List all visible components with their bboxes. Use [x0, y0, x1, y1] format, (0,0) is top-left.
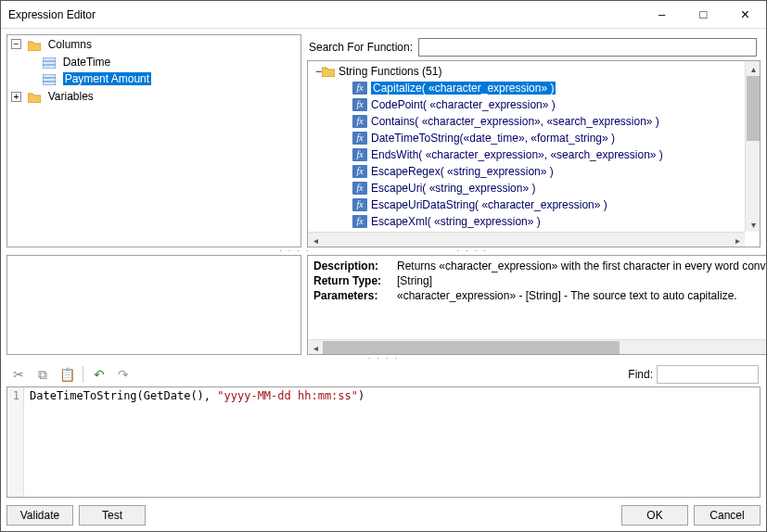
- columns-tree[interactable]: − Columns DateTime: [7, 35, 300, 105]
- scroll-thumb[interactable]: [747, 76, 760, 141]
- collapse-icon[interactable]: −: [315, 65, 322, 78]
- return-type-value: [String]: [397, 274, 432, 287]
- function-label: EndsWith( «character_expression», «searc…: [371, 148, 663, 161]
- collapse-icon[interactable]: −: [11, 39, 21, 49]
- parameters-label: Parameters:: [313, 289, 397, 302]
- function-item[interactable]: fx EscapeUriDataString( «character_expre…: [312, 196, 760, 213]
- line-number: 1: [7, 389, 19, 402]
- validate-button[interactable]: Validate: [6, 505, 73, 526]
- find-label: Find:: [628, 368, 653, 381]
- undo-button[interactable]: ↶: [89, 364, 109, 385]
- window-title: Expression Editor: [8, 8, 641, 21]
- return-type-label: Return Type:: [313, 274, 397, 287]
- description-pane: Description: Returns «character_expressi…: [307, 255, 767, 355]
- find-input[interactable]: [657, 365, 759, 384]
- scroll-left-icon[interactable]: ◂: [308, 233, 323, 247]
- dialog-buttons: Validate Test OK Cancel: [6, 498, 761, 526]
- function-list-pane: − String Functions (51) fx Capitalize( «…: [307, 60, 761, 247]
- cancel-button[interactable]: Cancel: [694, 505, 761, 526]
- fx-icon: fx: [352, 132, 367, 145]
- column-icon: [43, 73, 56, 84]
- fx-icon: fx: [352, 182, 367, 195]
- function-item[interactable]: fx EndsWith( «character_expression», «se…: [312, 146, 760, 163]
- redo-icon: ↷: [118, 367, 129, 382]
- function-label: EscapeXml( «string_expression» ): [371, 215, 541, 228]
- function-search-pane: Search For Function: − String Functions …: [307, 34, 761, 247]
- function-item[interactable]: fx EscapeRegex( «string_expression» ): [312, 163, 760, 180]
- ok-button[interactable]: OK: [621, 505, 688, 526]
- copy-icon: ⧉: [38, 367, 47, 383]
- redo-button[interactable]: ↷: [113, 364, 134, 385]
- scroll-down-icon[interactable]: ▾: [746, 217, 761, 232]
- svg-rect-0: [43, 57, 56, 69]
- line-gutter: 1: [7, 387, 24, 497]
- folder-closed-icon: [28, 91, 41, 102]
- code-string: "yyyy-MM-dd hh:mm:ss": [217, 389, 358, 402]
- function-label: DateTimeToString(«date_time», «format_st…: [371, 132, 615, 145]
- description-label: Description:: [313, 260, 397, 272]
- function-item[interactable]: fx Contains( «character_expression», «se…: [312, 113, 760, 130]
- close-button[interactable]: ×: [724, 1, 766, 28]
- fx-icon: fx: [352, 165, 367, 178]
- splitter[interactable]: · · · · · · · ·: [6, 247, 761, 255]
- function-label: EscapeRegex( «string_expression» ): [371, 165, 554, 178]
- column-icon: [43, 57, 56, 68]
- parameters-value: «character_expression» - [String] - The …: [397, 289, 737, 302]
- folder-open-icon: [322, 66, 335, 77]
- fx-icon: fx: [352, 148, 367, 161]
- function-item[interactable]: fx Capitalize( «character_expression» ): [312, 80, 760, 96]
- function-label: CodePoint( «character_expression» ): [371, 98, 556, 111]
- paste-button[interactable]: 📋: [57, 364, 77, 385]
- fx-icon: fx: [352, 198, 367, 211]
- tree-node-variables[interactable]: Variables: [48, 90, 94, 103]
- function-item[interactable]: fx DateTimeToString(«date_time», «format…: [312, 130, 760, 146]
- separator: [83, 366, 83, 383]
- function-label: Contains( «character_expression», «searc…: [371, 115, 659, 128]
- function-item[interactable]: fx EscapeXml( «string_expression» ): [312, 213, 760, 230]
- copy-button[interactable]: ⧉: [32, 364, 53, 385]
- minimize-button[interactable]: –: [641, 1, 683, 28]
- undo-icon: ↶: [94, 367, 105, 382]
- function-label: Capitalize( «character_expression» ): [371, 82, 556, 95]
- code-area[interactable]: DateTimeToString(GetDate(), "yyyy-MM-dd …: [24, 387, 760, 497]
- scroll-left-icon[interactable]: ◂: [308, 340, 323, 355]
- splitter[interactable]: · · · ·: [6, 355, 761, 362]
- fx-icon: fx: [352, 215, 367, 228]
- function-category-label[interactable]: String Functions (51): [339, 65, 441, 78]
- svg-rect-3: [43, 74, 56, 85]
- cut-button[interactable]: ✂: [8, 364, 29, 385]
- tree-node-datetime[interactable]: DateTime: [63, 56, 111, 69]
- function-item[interactable]: fx CodePoint( «character_expression» ): [312, 96, 760, 113]
- folder-open-icon: [28, 39, 41, 50]
- tree-node-payment-amount[interactable]: Payment Amount: [63, 72, 151, 85]
- tree-spacer: [26, 57, 36, 67]
- preview-pane: [6, 255, 301, 355]
- expand-icon[interactable]: +: [11, 92, 21, 102]
- function-list[interactable]: − String Functions (51) fx Capitalize( «…: [308, 61, 760, 247]
- editor-toolbar: ✂ ⧉ 📋 ↶ ↷ Find:: [6, 362, 761, 386]
- tree-spacer: [26, 74, 36, 84]
- fx-icon: fx: [352, 115, 367, 128]
- tree-node-columns[interactable]: Columns: [48, 38, 92, 51]
- function-label: EscapeUriDataString( «character_expressi…: [371, 198, 607, 211]
- vertical-scrollbar[interactable]: ▴ ▾: [745, 61, 760, 232]
- scroll-thumb[interactable]: [323, 341, 620, 354]
- function-item[interactable]: fx EscapeUri( «string_expression» ): [312, 180, 760, 196]
- expression-editor[interactable]: 1 DateTimeToString(GetDate(), "yyyy-MM-d…: [6, 386, 761, 498]
- scissors-icon: ✂: [13, 367, 24, 382]
- search-label: Search For Function:: [309, 41, 413, 54]
- code-text: ): [358, 389, 364, 402]
- titlebar: Expression Editor – □ ×: [1, 1, 766, 29]
- fx-icon: fx: [352, 82, 367, 95]
- description-value: Returns «character_expression» with the …: [397, 260, 767, 272]
- horizontal-scrollbar[interactable]: ◂ ▸: [308, 339, 767, 354]
- horizontal-scrollbar[interactable]: ◂ ▸: [308, 232, 745, 247]
- function-label: EscapeUri( «string_expression» ): [371, 182, 535, 195]
- scroll-right-icon[interactable]: ▸: [730, 233, 745, 247]
- fx-icon: fx: [352, 98, 367, 111]
- maximize-button[interactable]: □: [683, 1, 724, 28]
- paste-icon: 📋: [59, 367, 75, 382]
- scroll-up-icon[interactable]: ▴: [746, 61, 761, 76]
- search-input[interactable]: [418, 38, 757, 57]
- test-button[interactable]: Test: [79, 505, 146, 526]
